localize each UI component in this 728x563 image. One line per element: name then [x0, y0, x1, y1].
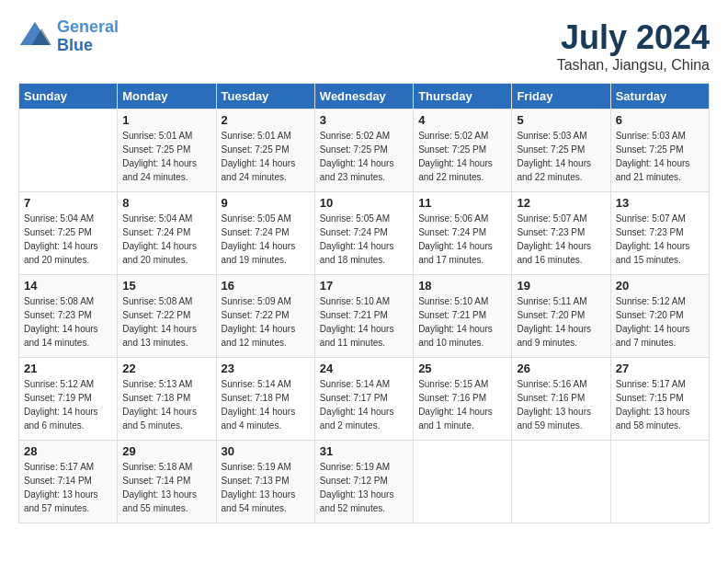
calendar-cell: 22Sunrise: 5:13 AM Sunset: 7:18 PM Dayli… [118, 358, 216, 441]
day-info: Sunrise: 5:10 AM Sunset: 7:21 PM Dayligh… [320, 294, 408, 350]
day-info: Sunrise: 5:13 AM Sunset: 7:18 PM Dayligh… [122, 377, 210, 432]
day-number: 7 [24, 196, 112, 210]
day-info: Sunrise: 5:16 AM Sunset: 7:16 PM Dayligh… [517, 377, 605, 432]
day-info: Sunrise: 5:01 AM Sunset: 7:25 PM Dayligh… [122, 129, 210, 184]
calendar-cell: 11Sunrise: 5:06 AM Sunset: 7:24 PM Dayli… [414, 192, 512, 275]
day-number: 31 [320, 444, 408, 458]
day-number: 21 [24, 362, 112, 375]
day-info: Sunrise: 5:12 AM Sunset: 7:19 PM Dayligh… [24, 377, 112, 432]
calendar-cell: 27Sunrise: 5:17 AM Sunset: 7:15 PM Dayli… [610, 358, 709, 441]
day-info: Sunrise: 5:14 AM Sunset: 7:18 PM Dayligh… [222, 377, 310, 432]
calendar-week-row: 1Sunrise: 5:01 AM Sunset: 7:25 PM Daylig… [19, 109, 710, 192]
day-number: 17 [320, 279, 408, 293]
header-tuesday: Tuesday [216, 84, 314, 109]
calendar-cell: 13Sunrise: 5:07 AM Sunset: 7:23 PM Dayli… [610, 192, 709, 275]
day-number: 24 [320, 362, 408, 375]
calendar-cell: 31Sunrise: 5:19 AM Sunset: 7:12 PM Dayli… [314, 441, 413, 523]
day-number: 16 [222, 279, 310, 293]
day-info: Sunrise: 5:10 AM Sunset: 7:21 PM Dayligh… [418, 294, 506, 350]
calendar-cell: 5Sunrise: 5:03 AM Sunset: 7:25 PM Daylig… [512, 109, 610, 192]
day-info: Sunrise: 5:04 AM Sunset: 7:24 PM Dayligh… [122, 212, 210, 267]
header-saturday: Saturday [610, 84, 709, 109]
calendar-cell: 8Sunrise: 5:04 AM Sunset: 7:24 PM Daylig… [118, 192, 216, 275]
day-number: 28 [24, 444, 112, 458]
day-info: Sunrise: 5:12 AM Sunset: 7:20 PM Dayligh… [616, 294, 704, 350]
calendar-cell: 6Sunrise: 5:03 AM Sunset: 7:25 PM Daylig… [610, 109, 709, 192]
header-sunday: Sunday [19, 84, 118, 109]
calendar-cell [414, 441, 512, 523]
calendar-week-row: 14Sunrise: 5:08 AM Sunset: 7:23 PM Dayli… [19, 275, 710, 358]
day-number: 2 [222, 113, 310, 127]
header-thursday: Thursday [414, 84, 512, 109]
day-info: Sunrise: 5:14 AM Sunset: 7:17 PM Dayligh… [320, 377, 408, 432]
title-section: July 2024 Tashan, Jiangsu, China [557, 18, 710, 74]
calendar-week-row: 7Sunrise: 5:04 AM Sunset: 7:25 PM Daylig… [19, 192, 710, 275]
calendar-cell: 26Sunrise: 5:16 AM Sunset: 7:16 PM Dayli… [512, 358, 610, 441]
calendar-cell: 10Sunrise: 5:05 AM Sunset: 7:24 PM Dayli… [314, 192, 413, 275]
month-year-title: July 2024 [557, 18, 710, 57]
logo-icon [18, 20, 51, 53]
calendar-cell: 7Sunrise: 5:04 AM Sunset: 7:25 PM Daylig… [19, 192, 118, 275]
header-friday: Friday [512, 84, 610, 109]
day-info: Sunrise: 5:03 AM Sunset: 7:25 PM Dayligh… [616, 129, 704, 184]
calendar-cell [610, 441, 709, 523]
day-info: Sunrise: 5:08 AM Sunset: 7:23 PM Dayligh… [24, 294, 112, 350]
day-number: 13 [616, 196, 704, 210]
calendar-cell: 1Sunrise: 5:01 AM Sunset: 7:25 PM Daylig… [118, 109, 216, 192]
day-number: 19 [517, 279, 605, 293]
header-monday: Monday [118, 84, 216, 109]
day-info: Sunrise: 5:03 AM Sunset: 7:25 PM Dayligh… [517, 129, 605, 184]
day-number: 3 [320, 113, 408, 127]
calendar-cell: 17Sunrise: 5:10 AM Sunset: 7:21 PM Dayli… [314, 275, 413, 358]
day-info: Sunrise: 5:09 AM Sunset: 7:22 PM Dayligh… [222, 294, 310, 350]
page-header: General Blue July 2024 Tashan, Jiangsu, … [18, 18, 710, 74]
day-number: 8 [122, 196, 210, 210]
day-info: Sunrise: 5:11 AM Sunset: 7:20 PM Dayligh… [517, 294, 605, 350]
day-number: 5 [517, 113, 605, 127]
day-info: Sunrise: 5:06 AM Sunset: 7:24 PM Dayligh… [418, 212, 506, 267]
day-number: 18 [418, 279, 506, 293]
day-info: Sunrise: 5:07 AM Sunset: 7:23 PM Dayligh… [517, 212, 605, 267]
day-info: Sunrise: 5:05 AM Sunset: 7:24 PM Dayligh… [222, 212, 310, 267]
day-number: 29 [122, 444, 210, 458]
day-info: Sunrise: 5:18 AM Sunset: 7:14 PM Dayligh… [122, 460, 210, 515]
day-number: 22 [122, 362, 210, 375]
calendar-cell: 12Sunrise: 5:07 AM Sunset: 7:23 PM Dayli… [512, 192, 610, 275]
calendar-cell: 29Sunrise: 5:18 AM Sunset: 7:14 PM Dayli… [118, 441, 216, 523]
day-info: Sunrise: 5:15 AM Sunset: 7:16 PM Dayligh… [418, 377, 506, 432]
day-number: 4 [418, 113, 506, 127]
calendar-cell: 21Sunrise: 5:12 AM Sunset: 7:19 PM Dayli… [19, 358, 118, 441]
day-number: 12 [517, 196, 605, 210]
day-number: 11 [418, 196, 506, 210]
day-info: Sunrise: 5:19 AM Sunset: 7:12 PM Dayligh… [320, 460, 408, 515]
calendar-week-row: 28Sunrise: 5:17 AM Sunset: 7:14 PM Dayli… [19, 441, 710, 523]
day-number: 30 [222, 444, 310, 458]
calendar-cell: 30Sunrise: 5:19 AM Sunset: 7:13 PM Dayli… [216, 441, 314, 523]
day-info: Sunrise: 5:02 AM Sunset: 7:25 PM Dayligh… [418, 129, 506, 184]
day-number: 26 [517, 362, 605, 375]
calendar-cell: 4Sunrise: 5:02 AM Sunset: 7:25 PM Daylig… [414, 109, 512, 192]
calendar-week-row: 21Sunrise: 5:12 AM Sunset: 7:19 PM Dayli… [19, 358, 710, 441]
day-info: Sunrise: 5:07 AM Sunset: 7:23 PM Dayligh… [616, 212, 704, 267]
day-number: 6 [616, 113, 704, 127]
calendar-cell: 20Sunrise: 5:12 AM Sunset: 7:20 PM Dayli… [610, 275, 709, 358]
calendar-cell [512, 441, 610, 523]
day-info: Sunrise: 5:17 AM Sunset: 7:15 PM Dayligh… [616, 377, 704, 432]
calendar-cell: 9Sunrise: 5:05 AM Sunset: 7:24 PM Daylig… [216, 192, 314, 275]
day-info: Sunrise: 5:17 AM Sunset: 7:14 PM Dayligh… [24, 460, 112, 515]
location-subtitle: Tashan, Jiangsu, China [557, 57, 710, 74]
day-info: Sunrise: 5:08 AM Sunset: 7:22 PM Dayligh… [122, 294, 210, 350]
day-number: 10 [320, 196, 408, 210]
calendar-cell: 16Sunrise: 5:09 AM Sunset: 7:22 PM Dayli… [216, 275, 314, 358]
calendar-table: SundayMondayTuesdayWednesdayThursdayFrid… [18, 83, 710, 523]
calendar-cell: 15Sunrise: 5:08 AM Sunset: 7:22 PM Dayli… [118, 275, 216, 358]
calendar-cell: 14Sunrise: 5:08 AM Sunset: 7:23 PM Dayli… [19, 275, 118, 358]
day-info: Sunrise: 5:02 AM Sunset: 7:25 PM Dayligh… [320, 129, 408, 184]
day-number: 1 [122, 113, 210, 127]
day-info: Sunrise: 5:04 AM Sunset: 7:25 PM Dayligh… [24, 212, 112, 267]
day-number: 20 [616, 279, 704, 293]
calendar-cell: 23Sunrise: 5:14 AM Sunset: 7:18 PM Dayli… [216, 358, 314, 441]
day-number: 27 [616, 362, 704, 375]
day-number: 23 [222, 362, 310, 375]
header-wednesday: Wednesday [314, 84, 413, 109]
